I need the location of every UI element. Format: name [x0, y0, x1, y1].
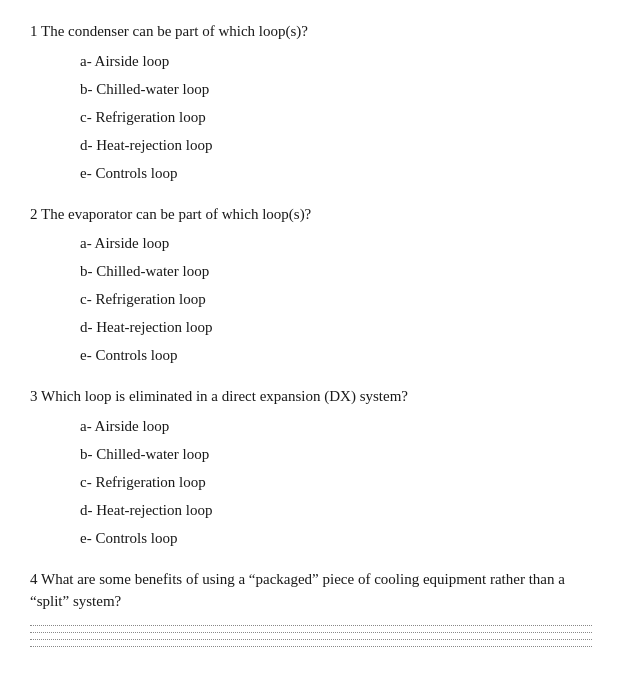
question-2-options: a- Airside loopb- Chilled-water loopc- R…: [30, 231, 592, 367]
question-2-option-a: a- Airside loop: [80, 231, 592, 255]
question-1-option-d: d- Heat-rejection loop: [80, 133, 592, 157]
answer-lines: [30, 625, 592, 647]
question-1-option-e: e- Controls loop: [80, 161, 592, 185]
question-1-options: a- Airside loopb- Chilled-water loopc- R…: [30, 49, 592, 185]
answer-line-2: [30, 632, 592, 633]
question-3-option-a: a- Airside loop: [80, 414, 592, 438]
question-1-text: 1 The condenser can be part of which loo…: [30, 20, 592, 43]
question-3-option-d: d- Heat-rejection loop: [80, 498, 592, 522]
question-3-option-b: b- Chilled-water loop: [80, 442, 592, 466]
question-3-options: a- Airside loopb- Chilled-water loopc- R…: [30, 414, 592, 550]
question-3-block: 3 Which loop is eliminated in a direct e…: [30, 385, 592, 550]
answer-line-4: [30, 646, 592, 647]
question-2-text: 2 The evaporator can be part of which lo…: [30, 203, 592, 226]
question-1-option-a: a- Airside loop: [80, 49, 592, 73]
question-2-option-d: d- Heat-rejection loop: [80, 315, 592, 339]
question-4-block: 4 What are some benefits of using a “pac…: [30, 568, 592, 647]
question-4-text: 4 What are some benefits of using a “pac…: [30, 568, 592, 613]
question-2-option-c: c- Refrigeration loop: [80, 287, 592, 311]
question-3-text: 3 Which loop is eliminated in a direct e…: [30, 385, 592, 408]
quiz-container: 1 The condenser can be part of which loo…: [30, 20, 592, 647]
question-2-option-e: e- Controls loop: [80, 343, 592, 367]
question-3-option-c: c- Refrigeration loop: [80, 470, 592, 494]
answer-line-1: [30, 625, 592, 626]
question-1-option-c: c- Refrigeration loop: [80, 105, 592, 129]
question-1-block: 1 The condenser can be part of which loo…: [30, 20, 592, 185]
answer-line-3: [30, 639, 592, 640]
question-2-option-b: b- Chilled-water loop: [80, 259, 592, 283]
question-3-option-e: e- Controls loop: [80, 526, 592, 550]
question-1-option-b: b- Chilled-water loop: [80, 77, 592, 101]
question-2-block: 2 The evaporator can be part of which lo…: [30, 203, 592, 368]
